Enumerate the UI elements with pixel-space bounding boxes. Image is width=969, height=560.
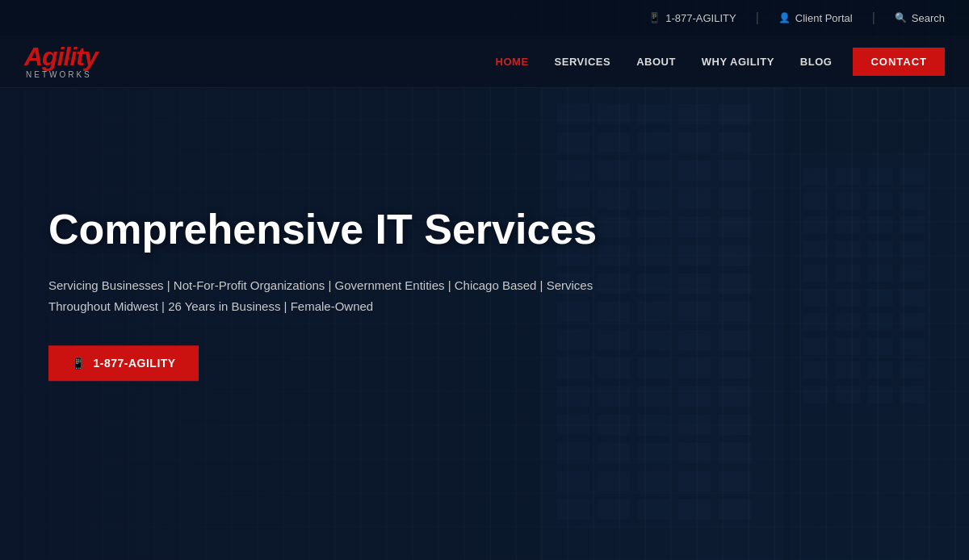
- search-icon: 🔍: [895, 12, 907, 23]
- nav-home[interactable]: HOME: [484, 49, 540, 74]
- search-label: Search: [912, 12, 945, 24]
- phone-icon: 📱: [648, 12, 661, 23]
- hero-content: Comprehensive IT Services Servicing Busi…: [0, 207, 606, 381]
- client-portal-link[interactable]: 👤 Client Portal: [778, 12, 853, 24]
- cta-phone-icon: 📱: [71, 357, 86, 370]
- top-bar: 📱 1-877-AGILITY | 👤 Client Portal | 🔍 Se…: [0, 0, 969, 36]
- logo-sub: NETWORKS: [26, 70, 98, 79]
- hero-section: 📱 1-877-AGILITY | 👤 Client Portal | 🔍 Se…: [0, 0, 969, 560]
- hero-subtitle: Servicing Businesses | Not-For-Profit Or…: [48, 275, 606, 316]
- phone-link[interactable]: 📱 1-877-AGILITY: [648, 12, 736, 24]
- main-nav: Agility NETWORKS HOME SERVICES ABOUT WHY…: [0, 36, 969, 88]
- nav-why-agility[interactable]: WHY AGILITY: [690, 49, 786, 74]
- logo: Agility NETWORKS: [24, 44, 98, 79]
- nav-links: HOME SERVICES ABOUT WHY AGILITY BLOG CON…: [484, 48, 945, 76]
- nav-blog[interactable]: BLOG: [789, 49, 844, 74]
- contact-button[interactable]: CONTACT: [853, 48, 945, 76]
- phone-number: 1-877-AGILITY: [665, 12, 736, 24]
- cta-phone-label: 1-877-AGILITY: [94, 357, 176, 370]
- nav-services[interactable]: SERVICES: [543, 49, 623, 74]
- logo-brand[interactable]: Agility: [24, 44, 98, 69]
- nav-about[interactable]: ABOUT: [625, 49, 687, 74]
- client-portal-label: Client Portal: [795, 12, 853, 24]
- search-link[interactable]: 🔍 Search: [895, 12, 945, 24]
- hero-title: Comprehensive IT Services: [48, 207, 606, 253]
- divider-1: |: [756, 10, 759, 25]
- user-icon: 👤: [778, 12, 791, 23]
- divider-2: |: [872, 10, 875, 25]
- hero-cta-button[interactable]: 📱 1-877-AGILITY: [48, 345, 199, 381]
